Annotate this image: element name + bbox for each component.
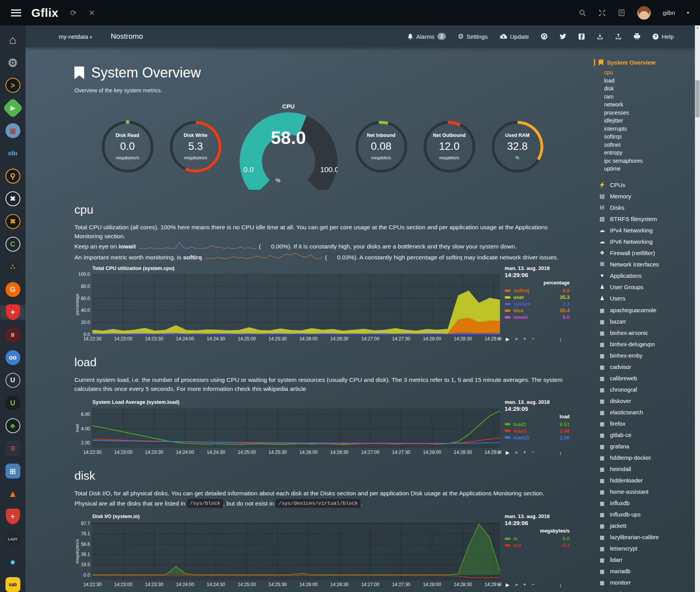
nav-subitem-network[interactable]: network <box>604 101 695 109</box>
zoom-out-icon[interactable]: − <box>532 336 534 342</box>
nav-section-memory[interactable]: ▤Memory <box>599 191 695 202</box>
legend-row-load1[interactable]: load16.51 <box>505 421 570 428</box>
softirq-sparkline[interactable] <box>202 252 323 263</box>
fullscreen-icon[interactable] <box>598 9 606 17</box>
cpu-chart-canvas[interactable]: 14:22:3014:23:0014:23:3014:24:0014:24:30… <box>74 272 502 342</box>
nav-app-mariadb[interactable]: ▦mariadb <box>599 566 695 577</box>
net-outbound-gauge[interactable]: Net Outbound12.0megabits/s <box>424 121 475 173</box>
scrollbar-thumb[interactable] <box>695 80 700 117</box>
nav-app-cadvisor[interactable]: ▦cadvisor <box>599 362 695 373</box>
zoom-in-icon[interactable]: + <box>523 450 526 455</box>
nav-section-ipv6-networking[interactable]: ☁IPv6 Networking <box>599 236 695 247</box>
nav-app-diskover[interactable]: ▦diskover <box>599 396 695 407</box>
nav-app-letsencrypt[interactable]: ▦letsencrypt <box>599 543 695 554</box>
play-icon[interactable]: ▶ <box>506 582 510 588</box>
nav-subitem-ipc-semaphores[interactable]: ipc semaphores <box>604 157 695 165</box>
emby-tab[interactable]: ▶ <box>0 101 25 115</box>
nav-app-firefox[interactable]: ▦firefox <box>599 418 695 430</box>
legend-row-load15[interactable]: load152.06 <box>505 434 570 441</box>
disk-write-gauge[interactable]: Disk Write5.3megabytes/s <box>170 121 222 173</box>
zoom-out-icon[interactable]: − <box>532 450 534 455</box>
sabnzbd-tab[interactable]: sab <box>0 577 25 592</box>
nav-section-cpus[interactable]: ⚡CPUs <box>599 179 695 191</box>
user-menu-caret-icon[interactable]: ▾ <box>687 10 689 15</box>
nav-subitem-uptime[interactable]: uptime <box>604 165 695 173</box>
nav-app-jackett[interactable]: ▦jackett <box>599 520 695 532</box>
page-scrollbar[interactable]: ▲ <box>695 25 700 592</box>
lazylibrarian-tab[interactable]: LAZY <box>0 532 25 547</box>
zoom-out-icon[interactable]: − <box>532 582 534 588</box>
nav-app-influxdb[interactable]: ▦influxdb <box>599 498 695 509</box>
changelog-icon[interactable] <box>618 9 625 16</box>
nav-subitem-softnet[interactable]: softnet <box>604 141 695 149</box>
zoom-in-icon[interactable]: + <box>523 336 526 342</box>
legend-row-load5[interactable]: load52.68 <box>505 428 570 434</box>
status-bars-tab[interactable]: ≡ <box>0 441 25 456</box>
jackett-tab[interactable]: ⚲ <box>0 169 25 184</box>
nav-app-grafana[interactable]: ▦grafana <box>599 441 695 452</box>
airsonic-tab[interactable]: ıılıı <box>0 146 25 161</box>
settings-button[interactable]: ⚙ Settings <box>458 32 487 41</box>
legend-row-in[interactable]: in0.0 <box>505 535 570 542</box>
deluge-tab[interactable]: C <box>0 237 25 252</box>
close-tab-icon[interactable]: ✕ <box>88 8 95 18</box>
nav-app-bazarr[interactable]: ▦bazarr <box>599 316 695 327</box>
legend-row-out[interactable]: out-5.3 <box>505 542 570 549</box>
legend-row-iowait[interactable]: iowait0.0 <box>505 314 570 320</box>
nav-section-ipv4-networking[interactable]: ☁IPv4 Networking <box>599 225 695 236</box>
nav-app-gitlab-ce[interactable]: ▦gitlab-ce <box>599 430 695 441</box>
chart-resize-handle[interactable]: ↕ <box>559 336 562 342</box>
play-icon[interactable]: ▶ <box>506 336 510 342</box>
pan-right-icon[interactable]: » <box>515 450 518 455</box>
heimdall-tab[interactable]: ⊞ <box>0 464 25 479</box>
legend-row-user[interactable]: user35.3 <box>505 294 570 300</box>
pan-left-icon[interactable]: « <box>498 450 500 455</box>
nav-section-firewall-netfilter-[interactable]: ❖Firewall (netfilter) <box>599 247 695 259</box>
settings-gear-tab[interactable]: ⚙ <box>0 55 25 70</box>
utorrent-tab[interactable]: U <box>0 396 25 410</box>
nav-section-user-groups[interactable]: ♟User Groups <box>599 281 695 293</box>
facebook-button[interactable] <box>578 33 585 40</box>
sonarr-fan-tab[interactable]: ✖ <box>0 191 25 206</box>
nav-app-home-assistant[interactable]: ▦home-assistant <box>599 486 695 498</box>
gitlab-tab[interactable]: ▲ <box>0 486 25 501</box>
hamburger-menu-icon[interactable] <box>11 9 21 16</box>
home-tab[interactable]: ⌂ <box>0 32 25 47</box>
nav-app-influxdb-ups[interactable]: ▦influxdb-ups <box>599 509 695 520</box>
nav-app-hddtemp-docker[interactable]: ▦hddtemp-docker <box>599 452 695 464</box>
cpu-gauge[interactable]: CPU58.00.0100.0% <box>240 103 337 190</box>
help-button[interactable]: ? Help <box>652 33 674 40</box>
nav-section-network-interfaces[interactable]: ⌘Network Interfaces <box>599 259 695 270</box>
used-ram-gauge[interactable]: Used RAM32.8% <box>492 121 543 173</box>
twitter-button[interactable] <box>559 34 566 40</box>
unmanic-tab[interactable]: U <box>0 373 25 388</box>
legend-row-softirq[interactable]: softirq0.0 <box>505 287 570 294</box>
nav-app-lidarr[interactable]: ▦lidarr <box>599 554 695 566</box>
iowait-sparkline[interactable] <box>136 241 257 252</box>
monitorr-shield-tab[interactable]: + <box>0 305 25 320</box>
nav-subitem-ram[interactable]: ram <box>604 93 695 101</box>
nav-subitem-idlejitter[interactable]: idlejitter <box>604 117 695 125</box>
radarr-tab[interactable]: ✖ <box>0 214 25 229</box>
username[interactable]: gilbn <box>663 9 675 16</box>
chart-resize-handle[interactable]: ↕ <box>559 450 562 456</box>
nav-subitem-processes[interactable]: processes <box>604 109 695 117</box>
nav-section-btrfs-filesystem[interactable]: ▧BTRFS filesystem <box>599 213 695 225</box>
refresh-icon[interactable]: ⟳ <box>70 8 77 18</box>
nav-subitem-interrupts[interactable]: interrupts <box>604 125 695 133</box>
nav-app-lazylibrarian-calibre[interactable]: ▦lazylibrarian-calibre <box>599 532 695 543</box>
ombi-tab[interactable]: oo <box>0 350 25 365</box>
search-icon[interactable] <box>579 9 586 17</box>
my-netdata-dropdown[interactable]: my-netdata ▾ <box>59 33 92 40</box>
zoom-in-icon[interactable]: + <box>523 582 526 588</box>
nav-section-users[interactable]: ♟Users <box>599 293 695 304</box>
scroll-up-icon[interactable]: ▲ <box>695 26 700 29</box>
nav-app-calibreweb[interactable]: ▦calibreweb <box>599 373 695 384</box>
nav-subitem-load[interactable]: load <box>604 77 695 85</box>
resilio-shield-tab[interactable]: + <box>0 509 25 524</box>
net-inbound-gauge[interactable]: Net Inbound0.08megabits/s <box>355 121 407 173</box>
load-chart-svg[interactable]: 14:22:3014:23:0014:23:3014:24:0014:24:30… <box>74 406 502 456</box>
legend-row-system[interactable]: system2.3 <box>505 300 570 307</box>
nav-app-binhex-emby[interactable]: ▦binhex-emby <box>599 350 695 362</box>
github-button[interactable] <box>541 33 548 40</box>
